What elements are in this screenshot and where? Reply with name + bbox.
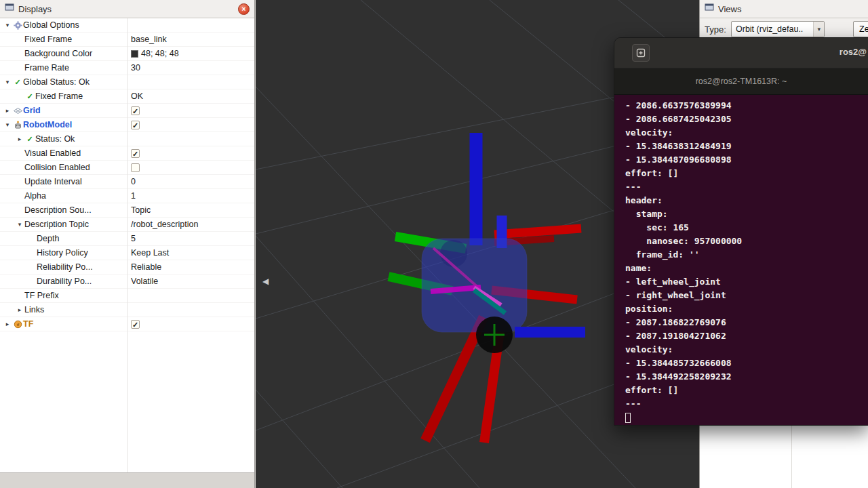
row-value-cell: Volatile	[127, 277, 254, 286]
displays-panel: Displays × ▾Global OptionsFixed Framebas…	[0, 0, 255, 488]
row-label-cell: Update Interval	[0, 177, 127, 186]
expander-open-icon[interactable]: ▾	[3, 22, 12, 28]
terminal-line: - 15.384485732666008	[625, 357, 868, 370]
row-value-text: Reliable	[131, 262, 161, 272]
row-value-cell: Topic	[127, 205, 254, 215]
row-value-text: 48; 48; 48	[141, 49, 179, 58]
checkbox[interactable]: ✓	[131, 320, 140, 329]
row-value-cell: 30	[127, 63, 254, 73]
row-label: TF Prefix	[24, 291, 59, 300]
checkbox[interactable]	[131, 163, 140, 172]
expander-closed-icon[interactable]: ▸	[15, 306, 24, 313]
terminal-line: name:	[625, 262, 868, 275]
row-label: History Policy	[37, 248, 88, 258]
row-label: Fixed Frame	[35, 92, 83, 101]
expander-open-icon[interactable]: ▾	[3, 121, 12, 128]
row-label-cell: ▸Grid	[0, 106, 127, 115]
row-label-cell: TF Prefix	[0, 291, 127, 300]
row-value-cell: ✓	[127, 320, 254, 329]
row-label: Description Sou...	[24, 205, 92, 215]
terminal-output[interactable]: - 2086.6637576389994- 2086.6687425042305…	[614, 95, 868, 426]
row-label: Global Status: Ok	[23, 77, 90, 87]
terminal-cursor	[625, 413, 631, 423]
row-label-cell: Reliability Po...	[0, 262, 127, 272]
terminal-line: frame_id: ''	[625, 248, 868, 262]
terminal-line: effort: []	[625, 384, 868, 397]
terminal-line: header:	[625, 194, 868, 207]
row-label: Description Topic	[24, 220, 89, 229]
row-label: Background Color	[24, 49, 92, 58]
terminal-line: sec: 165	[625, 221, 868, 235]
terminal-tab[interactable]: ros2@ros2-TM1613R: ~	[696, 77, 787, 86]
new-tab-icon[interactable]	[632, 44, 650, 62]
row-value-cell: ✓	[127, 121, 254, 129]
view-type-dropdown[interactable]: Orbit (rviz_defau.. ▾	[731, 21, 825, 37]
row-label-cell: Alpha	[0, 191, 127, 201]
checkbox[interactable]: ✓	[131, 106, 140, 115]
terminal-line: effort: []	[625, 167, 868, 180]
row-value-text: 30	[131, 63, 140, 73]
check-icon: ✓	[24, 92, 35, 101]
row-label-cell: Collision Enabled	[0, 163, 127, 172]
row-label: Links	[24, 305, 44, 314]
expander-open-icon[interactable]: ▾	[3, 79, 12, 85]
row-value-text: base_link	[131, 35, 167, 44]
row-label-cell: Fixed Frame	[0, 35, 127, 44]
terminal-cursor-line	[625, 411, 868, 424]
row-value-cell: Keep Last	[127, 248, 254, 258]
terminal-line: - 2087.191804271062	[625, 329, 868, 343]
row-value-cell: OK	[127, 92, 254, 101]
row-label: RobotModel	[23, 120, 72, 129]
row-label: Status: Ok	[35, 134, 75, 144]
panel-collapse-arrow[interactable]: ◀	[262, 277, 269, 286]
chevron-down-icon[interactable]: ▾	[813, 22, 824, 37]
check-icon: ✓	[12, 78, 23, 87]
zero-button[interactable]: Ze	[853, 21, 868, 37]
terminal-line: velocity:	[625, 343, 868, 357]
row-label: Grid	[23, 106, 41, 115]
checkbox[interactable]: ✓	[131, 149, 140, 158]
terminal-line: ---	[625, 180, 868, 194]
row-value-cell: 5	[127, 234, 254, 243]
terminal-line: nanosec: 957000000	[625, 235, 868, 248]
row-value-cell: /robot_description	[127, 220, 254, 229]
row-label-cell: History Policy	[0, 248, 127, 258]
expander-closed-icon[interactable]: ▸	[3, 321, 12, 327]
row-label: Update Interval	[24, 177, 82, 186]
row-value-cell: ✓	[127, 149, 254, 158]
terminal-line: velocity:	[625, 126, 868, 140]
row-label-cell: Background Color	[0, 49, 127, 58]
expander-open-icon[interactable]: ▾	[15, 221, 24, 228]
close-icon[interactable]: ×	[238, 3, 250, 15]
terminal-line: - 15.384638312484919	[625, 140, 868, 153]
displays-panel-footer	[0, 472, 254, 488]
row-label: Visual Enabled	[24, 148, 81, 158]
row-value-text: 0	[131, 177, 136, 186]
row-label: Frame Rate	[24, 63, 69, 73]
row-label-cell: Visual Enabled	[0, 148, 127, 158]
row-value-cell	[127, 163, 254, 172]
row-value-text: Keep Last	[131, 248, 169, 258]
checkbox[interactable]: ✓	[131, 121, 140, 129]
row-value-text: 5	[131, 234, 136, 243]
terminal-line: - 2086.6637576389994	[625, 99, 868, 113]
grid-icon	[12, 106, 23, 115]
row-label: TF	[23, 319, 33, 329]
views-panel-titlebar[interactable]: Views	[700, 0, 868, 18]
row-label-cell: ▸✓Status: Ok	[0, 134, 127, 144]
row-label: Durability Po...	[37, 277, 92, 286]
terminal-line: position:	[625, 302, 868, 316]
terminal-window-title: ros2@	[840, 47, 867, 57]
displays-panel-titlebar[interactable]: Displays ×	[0, 0, 254, 18]
tree-column-divider	[127, 18, 128, 472]
row-value-cell: Reliable	[127, 262, 254, 272]
row-label-cell: Depth	[0, 234, 127, 243]
expander-closed-icon[interactable]: ▸	[3, 107, 12, 114]
terminal-window: ros2@ ros2@ros2-TM1613R: ~ - 2086.663757…	[614, 37, 868, 426]
row-label: Fixed Frame	[24, 35, 72, 44]
terminal-line: - 2087.186822769076	[625, 316, 868, 329]
displays-panel-title: Displays	[18, 4, 238, 14]
expander-closed-icon[interactable]: ▸	[15, 136, 24, 142]
row-label-cell: Description Sou...	[0, 205, 127, 215]
terminal-titlebar[interactable]: ros2@	[614, 38, 868, 68]
